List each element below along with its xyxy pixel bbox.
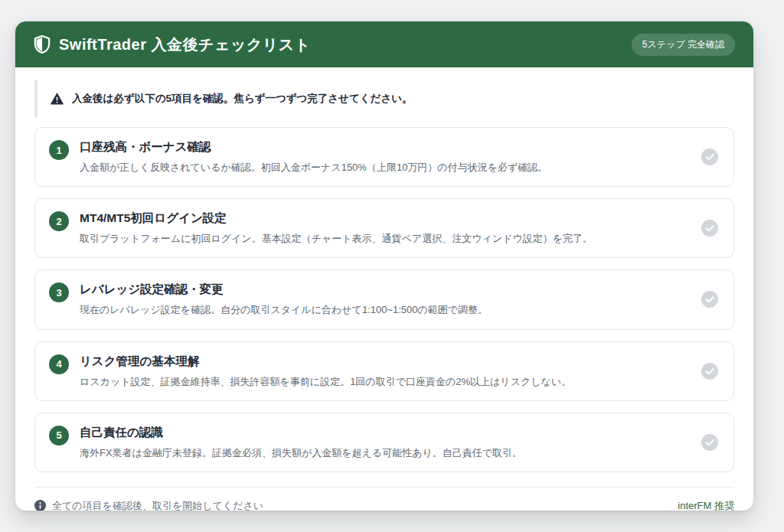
item-description: 現在のレバレッジ設定を確認。自分の取引スタイルに合わせて1:100~1:500の… (80, 303, 691, 317)
recommendation-link[interactable]: interFM 推奨 (678, 499, 734, 511)
check-circle-icon[interactable] (701, 149, 718, 165)
step-number-badge: 1 (49, 140, 69, 160)
item-description: 入金額が正しく反映されているか確認。初回入金ボーナス150%（上限10万円）の付… (80, 161, 691, 175)
step-number-badge: 5 (49, 426, 69, 446)
item-description: ロスカット設定、証拠金維持率、損失許容額を事前に設定。1回の取引で口座資金の2%… (80, 375, 691, 389)
step-number-badge: 2 (49, 211, 69, 231)
step-number-badge: 3 (49, 282, 69, 302)
footer-bar: 全ての項目を確認後、取引を開始してください interFM 推奨 (15, 488, 753, 511)
check-circle-icon[interactable] (701, 220, 718, 237)
check-circle-icon[interactable] (701, 291, 718, 308)
item-title: リスク管理の基本理解 (80, 354, 691, 370)
steps-badge: 5ステップ 完全確認 (632, 34, 735, 56)
notice-text: 入金後は必ず以下の5項目を確認。焦らず一つずつ完了させてください。 (72, 92, 413, 106)
footer-note: 全ての項目を確認後、取引を開始してください (52, 499, 263, 511)
info-icon (34, 500, 46, 511)
header-bar: SwiftTrader 入金後チェックリスト 5ステップ 完全確認 (15, 21, 753, 67)
shield-icon (34, 35, 51, 54)
item-title: 口座残高・ボーナス確認 (80, 139, 691, 155)
checklist-item-4: 4 リスク管理の基本理解 ロスカット設定、証拠金維持率、損失許容額を事前に設定。… (34, 341, 734, 401)
checklist-item-5: 5 自己責任の認識 海外FX業者は金融庁未登録。証拠金必須、損失額が入金額を超え… (34, 413, 734, 472)
item-description: 海外FX業者は金融庁未登録。証拠金必須、損失額が入金額を超える可能性あり。自己責… (80, 446, 691, 460)
warning-icon (51, 93, 64, 105)
item-title: MT4/MT5初回ログイン設定 (80, 211, 691, 227)
check-circle-icon[interactable] (701, 434, 718, 451)
checklist-item-2: 2 MT4/MT5初回ログイン設定 取引プラットフォームに初回ログイン。基本設定… (34, 198, 734, 258)
item-title: レバレッジ設定確認・変更 (80, 282, 691, 298)
page-title: SwiftTrader 入金後チェックリスト (59, 34, 311, 55)
checklist-item-1: 1 口座残高・ボーナス確認 入金額が正しく反映されているか確認。初回入金ボーナス… (34, 127, 734, 187)
checklist-content: 入金後は必ず以下の5項目を確認。焦らず一つずつ完了させてください。 1 口座残高… (15, 67, 753, 484)
check-circle-icon[interactable] (701, 363, 718, 380)
checklist-card: SwiftTrader 入金後チェックリスト 5ステップ 完全確認 入金後は必ず… (15, 21, 753, 511)
item-description: 取引プラットフォームに初回ログイン。基本設定（チャート表示、通貨ペア選択、注文ウ… (80, 232, 691, 246)
warning-notice: 入金後は必ず以下の5項目を確認。焦らず一つずつ完了させてください。 (34, 80, 734, 117)
step-number-badge: 4 (49, 354, 69, 374)
item-title: 自己責任の認識 (80, 425, 691, 441)
checklist-item-3: 3 レバレッジ設定確認・変更 現在のレバレッジ設定を確認。自分の取引スタイルに合… (34, 269, 734, 329)
